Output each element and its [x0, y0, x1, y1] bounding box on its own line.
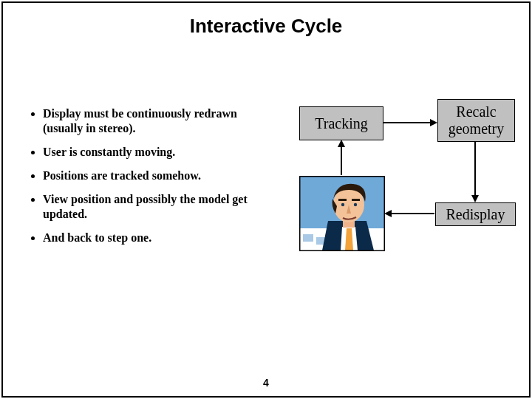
arrow-tracking-to-recalc: [383, 122, 430, 123]
arrow-redisplay-to-user: [392, 213, 434, 214]
svg-rect-7: [338, 199, 347, 201]
redisplay-box: Redisplay: [435, 202, 516, 226]
recalc-geometry-box: Recalc geometry: [437, 99, 515, 142]
bullet-item: And back to step one.: [43, 231, 278, 245]
bullet-item: User is constantly moving.: [43, 145, 278, 160]
tracking-box: Tracking: [299, 106, 383, 140]
bullet-item: Display must be continuously redrawn (us…: [43, 106, 278, 136]
page-number: 4: [3, 377, 529, 389]
arrowhead-icon: [338, 140, 345, 147]
arrowhead-icon: [384, 210, 392, 217]
svg-rect-2: [303, 234, 313, 242]
slide-title: Interactive Cycle: [3, 15, 529, 38]
bullet-item: View position and possibly the model get…: [43, 192, 278, 222]
bullet-item: Positions are tracked somehow.: [43, 168, 278, 183]
user-portrait-image: [299, 176, 385, 251]
slide: Interactive Cycle Display must be contin…: [1, 1, 531, 398]
arrow-user-to-tracking: [341, 147, 342, 175]
arrowhead-icon: [430, 119, 437, 126]
bullet-list: Display must be continuously redrawn (us…: [27, 106, 278, 254]
man-icon: [300, 177, 384, 250]
arrow-recalc-to-redisplay: [474, 141, 476, 195]
svg-point-10: [354, 203, 357, 206]
arrowhead-icon: [471, 195, 479, 202]
svg-rect-8: [352, 199, 360, 201]
svg-point-9: [341, 203, 344, 206]
